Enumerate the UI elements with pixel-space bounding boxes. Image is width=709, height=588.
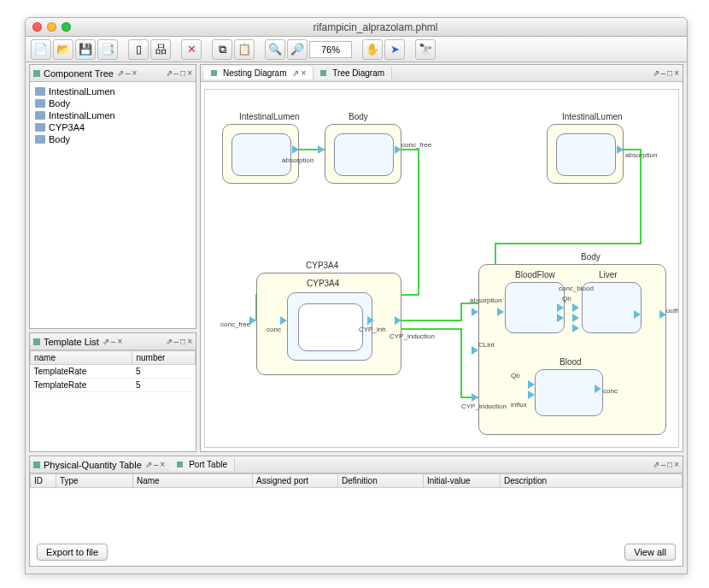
port-out[interactable] bbox=[395, 316, 401, 325]
tree-item[interactable]: IntestinalLumen bbox=[33, 109, 192, 121]
pin-icon[interactable]: ⇗ bbox=[145, 460, 152, 469]
minimize-button[interactable] bbox=[47, 22, 56, 32]
pin-icon[interactable]: ⇗ bbox=[166, 68, 173, 78]
tree-item[interactable]: Body bbox=[33, 97, 192, 109]
table-row[interactable]: TemplateRate5 bbox=[31, 379, 196, 392]
close-button[interactable] bbox=[32, 22, 42, 32]
view-all-button[interactable]: View all bbox=[624, 544, 676, 561]
minimize-icon[interactable]: – bbox=[174, 337, 179, 346]
tree-item[interactable]: IntestinalLumen bbox=[33, 85, 192, 97]
close-icon[interactable]: × bbox=[160, 460, 165, 469]
minus-icon[interactable]: – bbox=[154, 460, 159, 469]
delete-button[interactable]: ✕ bbox=[181, 39, 202, 60]
panel-icon bbox=[33, 462, 40, 468]
port-in[interactable] bbox=[572, 324, 579, 332]
port-in[interactable] bbox=[497, 308, 504, 316]
close-icon[interactable]: × bbox=[132, 68, 138, 78]
zoom-button[interactable] bbox=[62, 22, 71, 32]
tab-port-table[interactable]: Port Table bbox=[170, 458, 235, 471]
paste-button[interactable]: 📋 bbox=[234, 39, 255, 60]
port-out[interactable] bbox=[595, 385, 601, 393]
port-in[interactable] bbox=[472, 393, 478, 402]
tab-icon bbox=[320, 70, 326, 76]
table-row[interactable]: TemplateRate5 bbox=[31, 365, 196, 379]
export-button[interactable]: Export to file bbox=[37, 544, 108, 561]
save-all-button[interactable]: 📑 bbox=[97, 39, 118, 60]
module-button[interactable]: ▯ bbox=[128, 39, 149, 60]
binoculars-button[interactable]: 🔭 bbox=[415, 39, 436, 60]
tree-item[interactable]: Body bbox=[33, 133, 192, 145]
port-label: influx bbox=[511, 401, 527, 409]
close-icon[interactable]: × bbox=[301, 68, 306, 78]
node-inner[interactable] bbox=[334, 133, 394, 176]
pin-icon[interactable]: ⇗ bbox=[117, 68, 124, 78]
zoom-out-button[interactable]: 🔎 bbox=[287, 39, 308, 60]
node-intestinal-lumen-2[interactable] bbox=[547, 124, 624, 184]
pin-icon[interactable]: ⇗ bbox=[103, 337, 109, 346]
node-body[interactable] bbox=[325, 124, 401, 184]
save-button[interactable]: 💾 bbox=[75, 39, 96, 60]
diagram-header: Nesting Diagram ⇗× Tree Diagram ⇗–□× bbox=[201, 65, 683, 82]
hierarchy-button[interactable]: 品 bbox=[150, 39, 171, 60]
port-out[interactable] bbox=[292, 145, 299, 154]
port-in[interactable] bbox=[472, 308, 478, 316]
port-label: conc_free bbox=[220, 320, 250, 328]
port-in[interactable] bbox=[249, 316, 256, 325]
copy-button[interactable]: ⧉ bbox=[212, 39, 232, 60]
maximize-icon[interactable]: □ bbox=[180, 68, 185, 78]
pin-icon[interactable]: ⇗ bbox=[166, 337, 173, 346]
close-icon[interactable]: × bbox=[117, 337, 122, 346]
pin-icon[interactable]: ⇗ bbox=[292, 68, 299, 78]
close-icon[interactable]: × bbox=[187, 337, 192, 346]
port-label: absorption bbox=[282, 156, 313, 164]
port-out[interactable] bbox=[557, 303, 564, 312]
close-icon[interactable]: × bbox=[674, 460, 679, 469]
node-label: CYP3A4 bbox=[307, 279, 339, 288]
close-icon[interactable]: × bbox=[674, 68, 679, 78]
node-cyp3a4[interactable]: CYP3A4 bbox=[256, 273, 401, 375]
node-bloodflow[interactable] bbox=[505, 282, 565, 333]
tree-item[interactable]: CYP3A4 bbox=[33, 121, 192, 133]
maximize-icon[interactable]: □ bbox=[667, 460, 672, 469]
maximize-icon[interactable]: □ bbox=[667, 68, 672, 78]
port-in[interactable] bbox=[318, 145, 325, 154]
port-in[interactable] bbox=[572, 314, 579, 322]
port-in[interactable] bbox=[472, 346, 478, 355]
node-inner[interactable] bbox=[556, 133, 616, 176]
zoom-in-button[interactable]: 🔍 bbox=[265, 39, 285, 60]
port-in[interactable] bbox=[572, 303, 579, 312]
minus-icon[interactable]: – bbox=[111, 337, 116, 346]
minimize-icon[interactable]: – bbox=[661, 460, 666, 469]
node-label: Blood bbox=[560, 357, 582, 367]
close-icon[interactable]: × bbox=[187, 68, 192, 78]
port-out[interactable] bbox=[659, 310, 666, 319]
main-toolbar: 📄 📂 💾 📑 ▯ 品 ✕ ⧉ 📋 🔍 🔎 ✋ ➤ 🔭 bbox=[26, 37, 687, 62]
port-in[interactable] bbox=[528, 380, 535, 389]
minus-icon[interactable]: – bbox=[126, 68, 131, 78]
zoom-input[interactable] bbox=[309, 41, 352, 58]
pin-icon[interactable]: ⇗ bbox=[653, 460, 659, 469]
open-button[interactable]: 📂 bbox=[53, 39, 73, 60]
minimize-icon[interactable]: – bbox=[661, 68, 666, 78]
node-inner[interactable] bbox=[298, 303, 363, 351]
maximize-icon[interactable]: □ bbox=[180, 337, 185, 346]
node-intestinal-lumen[interactable] bbox=[222, 124, 299, 184]
port-out[interactable] bbox=[634, 310, 641, 319]
pan-button[interactable]: ✋ bbox=[362, 39, 383, 60]
port-in[interactable] bbox=[280, 316, 287, 325]
tab-tree-diagram[interactable]: Tree Diagram bbox=[313, 67, 392, 79]
minimize-icon[interactable]: – bbox=[174, 68, 179, 78]
component-tree-header: Component Tree ⇗–× ⇗–□× bbox=[30, 65, 196, 82]
node-blood[interactable] bbox=[535, 369, 603, 416]
new-file-button[interactable]: 📄 bbox=[31, 39, 51, 60]
port-in[interactable] bbox=[528, 391, 535, 399]
diagram-canvas[interactable]: IntestinalLumen absorption Body conc_fre… bbox=[204, 89, 679, 448]
select-button[interactable]: ➤ bbox=[384, 39, 405, 60]
pin-icon[interactable]: ⇗ bbox=[653, 68, 659, 78]
port-out[interactable] bbox=[367, 316, 374, 325]
node-inner[interactable] bbox=[231, 133, 291, 176]
port-out[interactable] bbox=[617, 145, 624, 154]
port-out[interactable] bbox=[395, 145, 401, 154]
tab-nesting-diagram[interactable]: Nesting Diagram ⇗× bbox=[204, 67, 313, 79]
port-out[interactable] bbox=[557, 314, 564, 322]
